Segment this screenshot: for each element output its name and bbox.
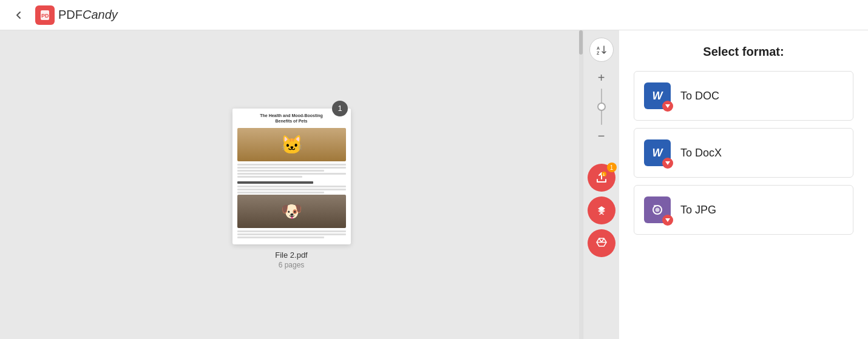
zoom-slider-thumb: [597, 102, 606, 111]
upload-file-button[interactable]: 1 1: [588, 164, 615, 192]
pdf-dog-image: 🐶: [237, 195, 346, 228]
svg-point-7: [656, 208, 660, 212]
format-option-jpg[interactable]: To JPG: [634, 185, 853, 235]
google-drive-button[interactable]: [588, 229, 615, 257]
pdf-line: [237, 173, 346, 175]
pdf-text-lines-2: [237, 230, 346, 238]
zoom-out-button[interactable]: −: [593, 127, 610, 144]
format-option-docx[interactable]: W To DocX: [634, 128, 853, 178]
logo: PDF PDFCandy: [35, 5, 118, 25]
format-label-jpg: To JPG: [680, 204, 716, 216]
logo-text: PDFCandy: [58, 8, 118, 22]
zoom-control: + −: [593, 69, 610, 144]
pdf-line: [237, 186, 346, 187]
zoom-in-button[interactable]: +: [593, 69, 610, 86]
pdf-line: [237, 233, 346, 235]
word-letter: W: [653, 90, 663, 102]
zoom-slider-track[interactable]: [601, 89, 602, 125]
pdf-line: [237, 189, 346, 190]
right-toolbar: A Z + − 1 1: [583, 30, 619, 339]
download-arrow-icon-x: [662, 158, 673, 169]
svg-text:Z: Z: [597, 51, 600, 55]
svg-text:PDF: PDF: [41, 13, 51, 19]
pdf-line: [237, 170, 324, 172]
page-scrollbar-thumb: [579, 30, 583, 55]
upload-badge: 1: [607, 163, 617, 172]
pdf-line: [237, 230, 346, 232]
pdf-filename: File 2.pdf: [275, 250, 307, 260]
format-option-doc[interactable]: W To DOC: [634, 71, 853, 121]
preview-area: 1 The Health and Mood-Boosting Benefits …: [0, 30, 583, 339]
right-panel: Select format: W To DOC W To DocX: [619, 30, 868, 339]
pdf-title-line1: The Health and Mood-Boosting: [237, 113, 346, 118]
pdf-line: [237, 237, 324, 238]
page-scrollbar: [579, 30, 583, 339]
dog-icon: 🐶: [281, 201, 302, 221]
pdf-line: [237, 167, 346, 169]
sort-button[interactable]: A Z: [589, 38, 614, 62]
dropbox-button[interactable]: [588, 196, 615, 224]
word-doc-icon: W: [644, 82, 671, 109]
select-format-title: Select format:: [634, 45, 853, 59]
back-button[interactable]: [10, 6, 28, 24]
logo-icon: PDF: [35, 5, 55, 25]
word-docx-icon: W: [644, 139, 671, 166]
svg-rect-8: [654, 205, 656, 207]
pdf-text-lines: [237, 164, 346, 193]
jpg-icon: [644, 196, 671, 223]
cat-icon: 🐱: [280, 134, 303, 155]
pdf-line: [237, 192, 324, 193]
main-content: 1 The Health and Mood-Boosting Benefits …: [0, 30, 868, 339]
format-label-docx: To DocX: [680, 147, 722, 159]
svg-text:A: A: [597, 46, 600, 50]
pdf-line: [237, 164, 346, 166]
pdf-card[interactable]: The Health and Mood-Boosting Benefits of…: [232, 109, 351, 244]
pdf-title-line2: Benefits of Pets: [237, 119, 346, 123]
page-number-badge: 1: [332, 101, 348, 116]
download-arrow-icon: [662, 101, 673, 112]
pdf-pages: 6 pages: [279, 261, 305, 269]
pdf-preview-container: 1 The Health and Mood-Boosting Benefits …: [232, 101, 351, 269]
format-label-doc: To DOC: [680, 90, 719, 102]
word-letter-x: W: [653, 147, 663, 159]
pdf-card-body: 🐱 🐶: [232, 126, 351, 244]
download-arrow-jpg-icon: [662, 215, 673, 226]
pdf-cat-image: 🐱: [237, 128, 346, 161]
header: PDF PDFCandy: [0, 0, 868, 30]
pdf-section-title: [237, 181, 313, 184]
pdf-line: [237, 176, 302, 178]
